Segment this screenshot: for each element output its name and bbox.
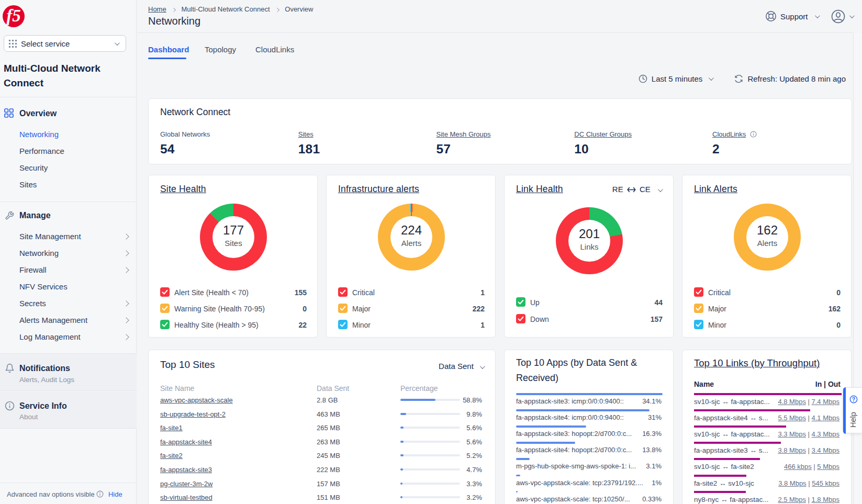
svg-text:f5: f5 xyxy=(6,6,21,25)
